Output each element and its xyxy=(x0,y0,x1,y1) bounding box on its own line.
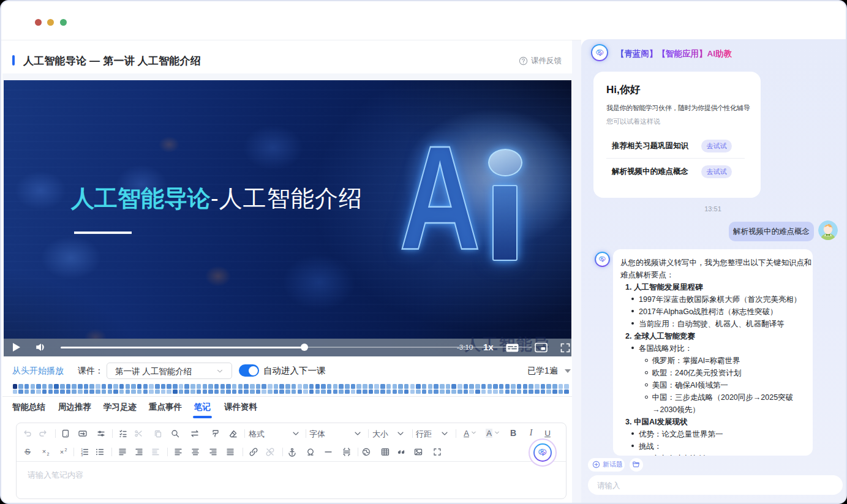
svg-text:3: 3 xyxy=(81,453,83,457)
svg-text:×: × xyxy=(42,448,46,455)
svg-text:×: × xyxy=(60,448,64,456)
svg-text:2: 2 xyxy=(47,452,50,456)
svg-text:2: 2 xyxy=(65,448,67,452)
